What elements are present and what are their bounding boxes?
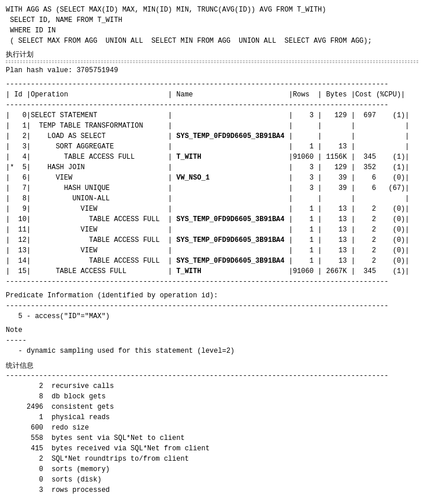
statistics-title: 统计信息 [6, 361, 418, 371]
stats-row: 415 bytes received via SQL*Net from clie… [6, 443, 418, 454]
divider-top [6, 61, 418, 61]
plan-row: | 15| TABLE ACCESS FULL | T_WITH |91060 … [6, 266, 418, 277]
predicate-content: 5 - access("ID"="MAX") [6, 311, 418, 322]
stats-row: 2496 consistent gets [6, 402, 418, 412]
note-title: Note [6, 325, 418, 335]
plan-row: | 10| TABLE ACCESS FULL | SYS_TEMP_0FD9D… [6, 214, 418, 225]
plan-divider2: ----------------------------------------… [6, 100, 418, 110]
execute-plan-title: 执行计划 [6, 50, 418, 59]
plan-row: | 14| TABLE ACCESS FULL | SYS_TEMP_0FD9D… [6, 256, 418, 266]
plan-row: |* 5| HASH JOIN | | 3 | 129 | 352 (1)| [6, 162, 418, 173]
stats-row: 0 sorts (disk) [6, 475, 418, 485]
stats-rows: 2 recursive calls 8 db block gets 2496 c… [6, 381, 418, 495]
stats-divider: ----------------------------------------… [6, 371, 418, 381]
plan-row: | 2| LOAD AS SELECT | SYS_TEMP_0FD9D6605… [6, 131, 418, 141]
stats-row: 600 redo size [6, 423, 418, 433]
sql-line2: SELECT ID, NAME FROM T_WITH [6, 15, 418, 25]
plan-table: ----------------------------------------… [6, 79, 418, 287]
stats-row: 558 bytes sent via SQL*Net to client [6, 433, 418, 443]
plan-header: | Id |Operation | Name |Rows | Bytes |Co… [6, 89, 418, 100]
sql-line4: ( SELECT MAX FROM AGG UNION ALL SELECT M… [6, 36, 418, 46]
plan-divider1: ----------------------------------------… [6, 79, 418, 89]
plan-hash: Plan hash value: 3705751949 [6, 65, 418, 76]
plan-row: | 13| VIEW | | 1 | 13 | 2 (0)| [6, 245, 418, 256]
plan-row: | 1| TEMP TABLE TRANSFORMATION | | | | | [6, 121, 418, 131]
plan-row: | 12| TABLE ACCESS FULL | SYS_TEMP_0FD9D… [6, 235, 418, 245]
predicate-divider: ----------------------------------------… [6, 301, 418, 311]
plan-divider3: ----------------------------------------… [6, 277, 418, 287]
stats-row: 2 SQL*Net roundtrips to/from client [6, 454, 418, 464]
predicate-title: Predicate Information (identified by ope… [6, 290, 418, 301]
divider-top2 [6, 62, 418, 63]
sql-block: WITH AGG AS (SELECT MAX(ID) MAX, MIN(ID)… [6, 5, 418, 46]
sql-line1: WITH AGG AS (SELECT MAX(ID) MAX, MIN(ID)… [6, 5, 418, 15]
plan-row: | 0|SELECT STATEMENT | | 3 | 129 | 697 (… [6, 110, 418, 121]
plan-row: | 4| TABLE ACCESS FULL | T_WITH |91060 |… [6, 152, 418, 162]
plan-row: | 6| VIEW | VW_NSO_1 | 3 | 39 | 6 (0)| [6, 173, 418, 183]
note-dashes: ----- [6, 335, 418, 346]
plan-row: | 9| VIEW | | 1 | 13 | 2 (0)| [6, 204, 418, 214]
sql-line3: WHERE ID IN [6, 25, 418, 36]
note-content: - dynamic sampling used for this stateme… [6, 346, 418, 356]
plan-row: | 7| HASH UNIQUE | | 3 | 39 | 6 (67)| [6, 183, 418, 193]
stats-row: 8 db block gets [6, 391, 418, 402]
plan-row: | 11| VIEW | | 1 | 13 | 2 (0)| [6, 225, 418, 235]
plan-row: | 8| UNION-ALL | | | | | [6, 193, 418, 204]
stats-row: 1 physical reads [6, 412, 418, 423]
stats-row: 2 recursive calls [6, 381, 418, 391]
plan-rows: | 0|SELECT STATEMENT | | 3 | 129 | 697 (… [6, 110, 418, 277]
stats-row: 3 rows processed [6, 485, 418, 495]
stats-row: 0 sorts (memory) [6, 464, 418, 475]
plan-row: | 3| SORT AGGREGATE | | 1 | 13 | | [6, 141, 418, 152]
